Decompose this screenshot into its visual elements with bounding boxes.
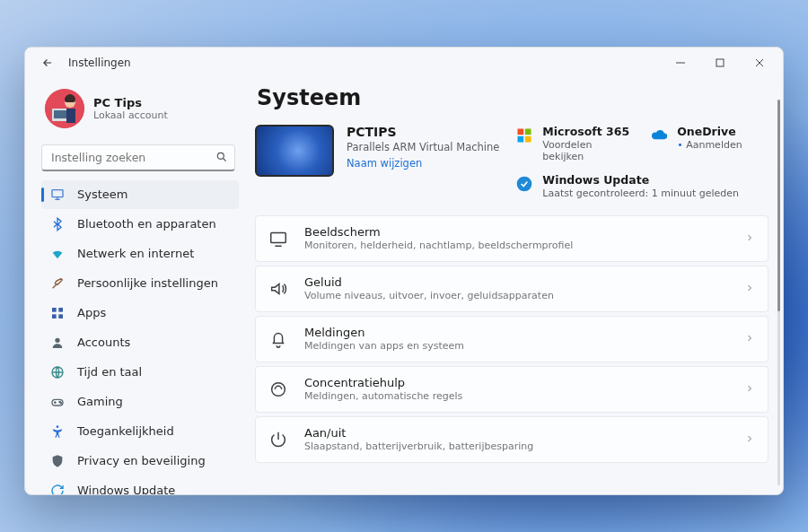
svg-rect-21 [525,135,531,142]
focus-icon [268,379,288,399]
maximize-icon [716,58,725,67]
sidebar-item-label: Windows Update [77,484,175,494]
arrow-left-icon [41,57,54,69]
monitor-icon [50,188,65,202]
row-subtitle: Meldingen van apps en systeem [304,340,728,352]
bluetooth-icon [50,217,65,231]
search-icon [215,151,228,163]
device-name: PCTIPS [347,125,499,139]
row-subtitle: Volume niveaus, uitvoer, invoer, geluids… [304,290,728,301]
settings-list: BeeldschermMonitoren, helderheid, nachtl… [255,215,768,463]
status-microsoft-365[interactable]: Microsoft 365Voordelen bekijken [515,125,634,162]
power-icon [268,430,288,449]
svg-rect-11 [58,314,63,318]
minimize-button[interactable] [661,48,700,77]
sidebar-item-label: Accounts [77,336,130,349]
sidebar-item-accounts[interactable]: Accounts [41,328,239,357]
svg-rect-7 [52,189,63,196]
sidebar-item-systeem[interactable]: Systeem [41,180,239,209]
search-input[interactable] [41,144,235,171]
maximize-button[interactable] [700,48,740,77]
svg-rect-18 [518,128,524,135]
back-button[interactable] [36,51,59,74]
profile-subtitle: Lokaal account [93,109,168,121]
profile-name: PC Tips [93,96,168,109]
status-onedrive[interactable]: OneDriveAanmelden [650,125,768,162]
sidebar-item-label: Tijd en taal [77,365,142,379]
status-title: Windows Update [542,173,739,187]
sidebar-item-label: Toegankelijkheid [77,424,174,438]
svg-rect-20 [518,135,524,142]
sidebar-item-toegankelijkheid[interactable]: Toegankelijkheid [41,417,239,446]
status-title: OneDrive [677,125,742,138]
display-icon [268,229,288,249]
svg-rect-0 [716,59,724,66]
sidebar-item-persoonlijke-instellingen[interactable]: Persoonlijke instellingen [41,269,239,298]
row-title: Meldingen [304,326,728,339]
profile-block[interactable]: PC Tips Lokaal account [41,83,239,141]
sidebar-item-privacy-en-beveiliging[interactable]: Privacy en beveiliging [41,447,239,475]
row-title: Beeldscherm [304,225,728,239]
page-title: Systeem [257,85,768,110]
svg-rect-3 [54,110,68,118]
sidebar-item-label: Bluetooth en apparaten [77,217,216,231]
globe-icon [50,365,65,379]
row-aan-uit[interactable]: Aan/uitSlaapstand, batterijverbruik, bat… [255,416,768,463]
status-subtitle: Voordelen bekijken [542,139,634,162]
status-grid: Microsoft 365Voordelen bekijkenOneDriveA… [515,125,768,199]
svg-point-24 [272,382,285,396]
search-box [41,144,235,171]
sidebar-item-label: Gaming [77,395,123,408]
main-panel: Systeem PCTIPS Parallels ARM Virtual Mac… [248,78,783,494]
close-button[interactable] [740,48,779,77]
settings-window: Instellingen [24,47,784,495]
chevron-right-icon [744,431,755,448]
avatar [45,89,84,128]
avatar-icon [45,89,84,128]
scrollbar-thumb[interactable] [777,100,780,312]
brush-icon [50,276,65,291]
update-icon [50,484,65,494]
minimize-icon [676,58,685,67]
sidebar-item-netwerk-en-internet[interactable]: Netwerk en internet [41,240,239,268]
device-block: PCTIPS Parallels ARM Virtual Machine Naa… [255,125,499,199]
row-concentratiehulp[interactable]: ConcentratiehulpMeldingen, automatische … [255,366,768,413]
svg-point-12 [55,337,59,342]
sidebar-item-label: Privacy en beveiliging [77,454,206,467]
status-subtitle: Laatst gecontroleerd: 1 minuut geleden [542,188,739,199]
row-meldingen[interactable]: MeldingenMeldingen van apps en systeem [255,316,768,362]
chevron-right-icon [744,280,755,297]
device-model: Parallels ARM Virtual Machine [347,141,499,153]
sidebar-item-label: Apps [77,306,106,319]
onedrive-icon [650,126,668,144]
status-windows-update[interactable]: Windows UpdateLaatst gecontroleerd: 1 mi… [515,173,768,199]
row-title: Aan/uit [304,426,728,440]
row-title: Geluid [304,275,728,289]
device-thumbnail [255,125,334,177]
window-title: Instellingen [68,57,661,69]
sidebar-item-tijd-en-taal[interactable]: Tijd en taal [41,358,239,387]
svg-point-17 [57,425,59,428]
sidebar-nav: SysteemBluetooth en apparatenNetwerk en … [41,180,239,494]
sidebar-item-windows-update[interactable]: Windows Update [41,476,239,494]
sidebar-item-label: Netwerk en internet [77,247,194,260]
row-geluid[interactable]: GeluidVolume niveaus, uitvoer, invoer, g… [255,266,768,312]
scrollbar[interactable] [777,100,780,485]
bell-icon [268,329,288,349]
sidebar: PC Tips Lokaal account SysteemBluetooth … [25,78,248,494]
status-subtitle: Aanmelden [677,139,742,151]
wifi-icon [50,247,65,261]
rename-link[interactable]: Naam wijzigen [347,157,499,170]
update-icon [515,175,533,193]
svg-rect-19 [525,128,531,135]
chevron-right-icon [744,380,755,397]
ms365-icon [515,126,533,144]
sidebar-item-label: Systeem [77,188,127,201]
sidebar-item-bluetooth-en-apparaten[interactable]: Bluetooth en apparaten [41,210,239,239]
chevron-right-icon [744,230,755,247]
sidebar-item-gaming[interactable]: Gaming [41,388,239,416]
sidebar-item-apps[interactable]: Apps [41,299,239,327]
row-subtitle: Meldingen, automatische regels [304,390,728,402]
sound-icon [268,279,288,299]
row-beeldscherm[interactable]: BeeldschermMonitoren, helderheid, nachtl… [255,215,768,262]
